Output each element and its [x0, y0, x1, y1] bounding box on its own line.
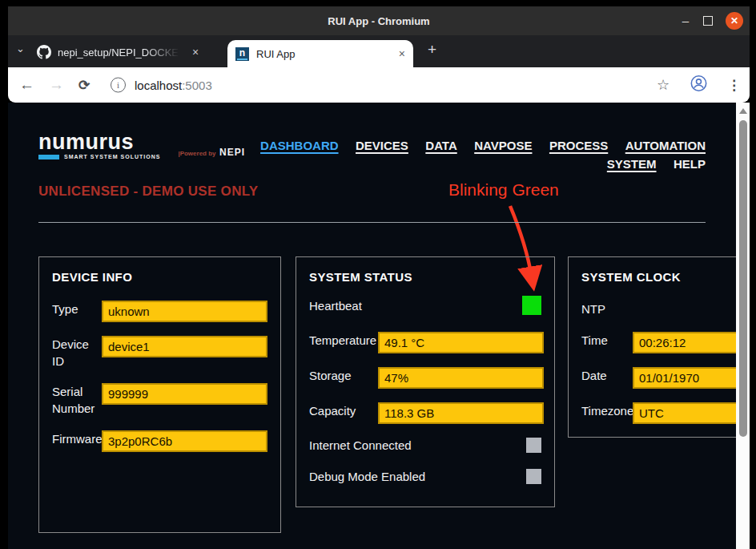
- storage-label: Storage: [309, 367, 378, 384]
- internet-connected-row: Internet Connected: [309, 438, 541, 453]
- debug-mode-label: Debug Mode Enabled: [309, 468, 425, 485]
- forward-icon: →: [49, 76, 64, 94]
- scrollbar-thumb[interactable]: [739, 120, 747, 437]
- nav-dashboard[interactable]: DASHBOARD: [260, 139, 339, 152]
- license-banner: UNLICENSED - DEMO USE ONLY: [38, 184, 258, 200]
- capacity-input[interactable]: [378, 402, 544, 424]
- firmware-input[interactable]: [102, 430, 267, 452]
- device-id-row: Device ID: [52, 336, 267, 369]
- nav-navpose[interactable]: NAVPOSE: [474, 139, 532, 152]
- internet-connected-indicator: [526, 438, 541, 453]
- date-input[interactable]: [633, 367, 750, 389]
- powered-by-nepi: |Powered by NEPI: [178, 144, 245, 159]
- maximize-button[interactable]: [703, 16, 713, 26]
- window-title: RUI App - Chromium: [328, 15, 429, 27]
- header-divider: [38, 222, 706, 223]
- firmware-label: Firmware: [52, 430, 102, 447]
- firmware-row: Firmware: [52, 430, 267, 452]
- url-host: localhost: [135, 79, 182, 92]
- tab-github-close-icon[interactable]: ×: [192, 46, 199, 59]
- close-button[interactable]: ✕: [726, 12, 743, 30]
- url-port: :5003: [182, 79, 212, 92]
- debug-mode-indicator: [526, 469, 541, 484]
- nav-row-1: DASHBOARD DEVICES DATA NAVPOSE PROCESS A…: [247, 136, 706, 155]
- browser-window: RUI App - Chromium – ✕ ⌄ nepi_setup/NEPI…: [8, 6, 750, 549]
- bookmark-star-icon[interactable]: ☆: [657, 76, 670, 94]
- address-bar: ← → ⟳ i localhost:5003 ☆ ⋮: [8, 67, 750, 103]
- date-row: Date: [581, 367, 750, 389]
- serial-number-row: Serial Number: [52, 383, 267, 417]
- profile-icon[interactable]: [690, 75, 707, 95]
- main-nav: DASHBOARD DEVICES DATA NAVPOSE PROCESS A…: [247, 136, 706, 173]
- temperature-label: Temperature: [309, 332, 378, 349]
- nav-automation[interactable]: AUTOMATION: [625, 139, 706, 152]
- nav-system[interactable]: SYSTEM: [607, 157, 657, 171]
- tab-github-label: nepi_setup/NEPI_DOCKE: [58, 46, 179, 59]
- back-icon[interactable]: ←: [19, 76, 34, 94]
- time-row: Time: [581, 332, 750, 353]
- page-content: numurus SMART SYSTEM SOLUTIONS |Powered …: [8, 103, 750, 549]
- nepi-favicon-icon: n: [235, 47, 249, 61]
- serial-number-input[interactable]: [102, 383, 267, 405]
- device-id-label: Device ID: [52, 336, 102, 369]
- time-input[interactable]: [633, 332, 750, 353]
- temperature-row: Temperature: [309, 332, 541, 353]
- timezone-row: Timezone: [581, 402, 750, 424]
- storage-row: Storage: [309, 367, 541, 389]
- device-info-title: DEVICE INFO: [52, 270, 267, 284]
- nav-row-2: SYSTEM HELP: [247, 155, 706, 173]
- tab-strip: ⌄ nepi_setup/NEPI_DOCKE × n RUI App × +: [8, 35, 750, 67]
- page-scrollbar[interactable]: [736, 103, 750, 549]
- blinking-green-annotation: Blinking Green: [448, 180, 559, 200]
- nav-process[interactable]: PROCESS: [549, 139, 608, 152]
- github-icon: [37, 45, 51, 59]
- timezone-input[interactable]: [633, 402, 750, 424]
- system-status-title: SYSTEM STATUS: [309, 270, 541, 284]
- device-type-row: Type: [52, 301, 267, 322]
- nav-devices[interactable]: DEVICES: [356, 139, 408, 152]
- scrollbar-up-arrow-icon[interactable]: [739, 108, 747, 114]
- timezone-label: Timezone: [581, 402, 633, 419]
- ntp-row: NTP: [581, 301, 750, 317]
- storage-input[interactable]: [378, 367, 544, 389]
- browser-menu-icon[interactable]: ⋮: [727, 77, 741, 94]
- time-label: Time: [581, 332, 633, 349]
- nav-data[interactable]: DATA: [425, 139, 456, 152]
- capacity-row: Capacity: [309, 402, 541, 424]
- internet-connected-label: Internet Connected: [309, 437, 412, 454]
- url-field[interactable]: localhost:5003: [135, 79, 212, 92]
- nav-help[interactable]: HELP: [674, 157, 706, 171]
- type-label: Type: [52, 301, 102, 317]
- heartbeat-label: Heartbeat: [309, 297, 362, 314]
- tab-rui-app-label: RUI App: [256, 48, 399, 60]
- tab-rui-app-close-icon[interactable]: ×: [399, 47, 405, 60]
- capacity-label: Capacity: [309, 402, 378, 419]
- logo-cyan-bar: [38, 155, 59, 159]
- powered-by-prefix: |Powered by: [178, 150, 215, 157]
- ntp-label: NTP: [581, 301, 633, 317]
- logo-tagline: SMART SYSTEM SOLUTIONS: [64, 154, 160, 159]
- system-clock-panel: SYSTEM CLOCK NTP Time Date Timezone: [568, 256, 750, 438]
- device-info-panel: DEVICE INFO Type Device ID Serial Number…: [38, 256, 281, 533]
- site-info-icon[interactable]: i: [111, 78, 126, 93]
- system-clock-title: SYSTEM CLOCK: [581, 270, 750, 284]
- device-id-input[interactable]: [102, 336, 267, 357]
- title-bar: RUI App - Chromium – ✕: [8, 6, 750, 35]
- type-input[interactable]: [102, 301, 267, 322]
- tab-rui-app[interactable]: n RUI App ×: [227, 40, 413, 67]
- tab-github[interactable]: nepi_setup/NEPI_DOCKE ×: [37, 42, 232, 63]
- tab-search-chevron-icon[interactable]: ⌄: [16, 42, 25, 54]
- temperature-input[interactable]: [378, 332, 544, 353]
- powered-by-brand: NEPI: [219, 147, 245, 158]
- new-tab-button[interactable]: +: [428, 41, 436, 59]
- debug-mode-row: Debug Mode Enabled: [309, 469, 541, 484]
- numurus-logo: numurus SMART SYSTEM SOLUTIONS |Powered …: [38, 133, 245, 159]
- minimize-button[interactable]: –: [682, 17, 689, 25]
- heartbeat-row: Heartbeat: [309, 296, 541, 315]
- serial-number-label: Serial Number: [52, 383, 102, 417]
- logo-brand-text: numurus: [38, 133, 160, 151]
- reload-icon[interactable]: ⟳: [78, 77, 90, 94]
- system-status-panel: SYSTEM STATUS Heartbeat Temperature Stor…: [296, 256, 555, 507]
- heartbeat-indicator: [522, 296, 541, 315]
- date-label: Date: [581, 367, 633, 384]
